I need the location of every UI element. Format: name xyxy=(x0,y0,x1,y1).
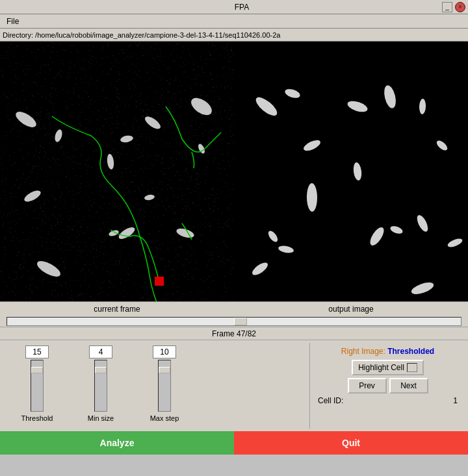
next-button[interactable]: Next xyxy=(389,378,428,394)
scrollbar-track[interactable] xyxy=(6,317,462,326)
analyze-button[interactable]: Analyze xyxy=(0,431,234,455)
minsize-label: Min size xyxy=(88,414,114,422)
threshold-slider[interactable] xyxy=(31,360,44,412)
highlight-cell-button[interactable]: Highlight Cell xyxy=(352,360,424,375)
threshold-label: Threshold xyxy=(21,414,53,422)
scrollbar-area[interactable] xyxy=(0,316,468,327)
cell-id-label: Cell ID: xyxy=(318,396,343,405)
menu-bar: File xyxy=(0,14,468,29)
close-button[interactable]: × xyxy=(455,2,465,12)
image-labels: current frame output image xyxy=(0,301,468,316)
prev-next-row: Prev Next xyxy=(313,378,463,394)
sliders-area: 15 Threshold 4 Min size 10 Max step xyxy=(3,343,309,429)
current-frame-canvas xyxy=(0,42,234,301)
cell-id-value: 1 xyxy=(453,396,458,405)
right-image-type-value: Thresholded xyxy=(387,347,434,356)
right-controls-panel: Right Image: Thresholded Highlight Cell … xyxy=(309,343,465,429)
maxstep-slider[interactable] xyxy=(158,360,171,412)
right-image-label-text: output image xyxy=(234,305,468,314)
threshold-value: 15 xyxy=(25,345,49,358)
left-image-panel xyxy=(0,42,234,301)
minsize-slider-group: 4 Min size xyxy=(72,345,130,422)
right-image-panel xyxy=(234,42,468,301)
cell-id-row: Cell ID: 1 xyxy=(313,396,463,405)
minsize-slider[interactable] xyxy=(94,360,107,412)
image-panels xyxy=(0,42,468,301)
file-menu[interactable]: File xyxy=(3,16,23,27)
right-image-type-label: Right Image: Thresholded xyxy=(313,345,463,357)
directory-bar: Directory: /home/luca/robobi/image_analy… xyxy=(0,29,468,42)
output-image-canvas xyxy=(234,42,468,301)
left-image-label: current frame xyxy=(0,305,234,314)
bottom-buttons: Analyze Quit xyxy=(0,431,468,455)
maxstep-label: Max step xyxy=(150,414,179,422)
threshold-thumb[interactable] xyxy=(31,367,43,373)
minsize-value: 4 xyxy=(89,345,112,358)
app-title: FPA xyxy=(42,3,442,12)
scrollbar-thumb[interactable] xyxy=(234,318,247,325)
window-controls: _ × xyxy=(442,2,465,12)
directory-text: Directory: /home/luca/robobi/image_analy… xyxy=(3,31,280,39)
threshold-slider-group: 15 Threshold xyxy=(8,345,66,422)
controls-area: 15 Threshold 4 Min size 10 Max step Righ… xyxy=(0,340,468,431)
quit-button[interactable]: Quit xyxy=(234,431,468,455)
maxstep-slider-group: 10 Max step xyxy=(135,345,194,422)
minimize-button[interactable]: _ xyxy=(442,2,452,12)
checkbox-indicator xyxy=(407,363,417,372)
title-bar: FPA _ × xyxy=(0,0,468,14)
frame-label: Frame 47/82 xyxy=(0,327,468,340)
minsize-thumb[interactable] xyxy=(95,367,107,373)
maxstep-thumb[interactable] xyxy=(159,367,170,373)
prev-button[interactable]: Prev xyxy=(348,378,387,394)
highlight-cell-row: Highlight Cell xyxy=(313,360,463,375)
maxstep-value: 10 xyxy=(153,345,176,358)
